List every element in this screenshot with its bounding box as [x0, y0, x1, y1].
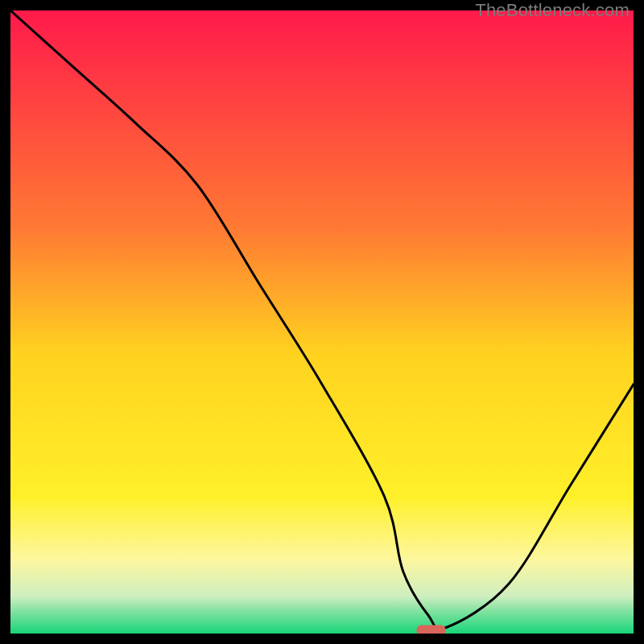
watermark-text: TheBottleneck.com	[475, 0, 630, 21]
optimal-marker	[417, 625, 446, 634]
chart-frame	[10, 10, 634, 634]
bottleneck-chart	[10, 10, 634, 634]
gradient-background	[10, 10, 634, 634]
